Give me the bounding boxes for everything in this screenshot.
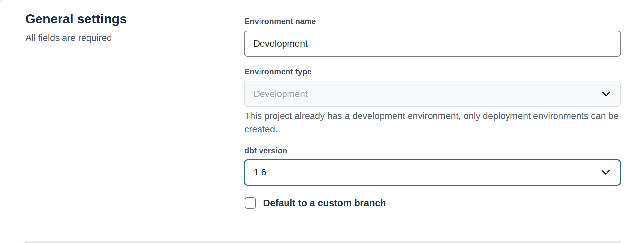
environment-name-label: Environment name	[244, 17, 316, 26]
dbt-version-label: dbt version	[244, 146, 287, 155]
section-divider	[25, 241, 621, 243]
environment-type-help-text: This project already has a development e…	[244, 109, 621, 136]
environment-type-select: Development	[244, 81, 621, 107]
page-title: General settings	[25, 12, 127, 26]
default-custom-branch-option[interactable]: Default to a custom branch	[245, 197, 386, 209]
general-settings-page: General settings All fields are required…	[0, 0, 644, 243]
page-subtitle: All fields are required	[25, 33, 112, 43]
environment-type-selected-value: Development	[253, 89, 308, 99]
settings-form: Environment name Environment type Develo…	[244, 0, 621, 243]
dbt-version-select[interactable]: 1.6	[244, 159, 621, 186]
chevron-down-icon	[601, 170, 610, 175]
dbt-version-selected-value: 1.6	[254, 167, 266, 178]
default-custom-branch-label[interactable]: Default to a custom branch	[263, 198, 386, 209]
chevron-down-icon	[602, 91, 610, 97]
default-custom-branch-checkbox[interactable]	[245, 197, 256, 209]
environment-type-label: Environment type	[244, 67, 311, 76]
environment-name-input[interactable]	[244, 31, 621, 57]
